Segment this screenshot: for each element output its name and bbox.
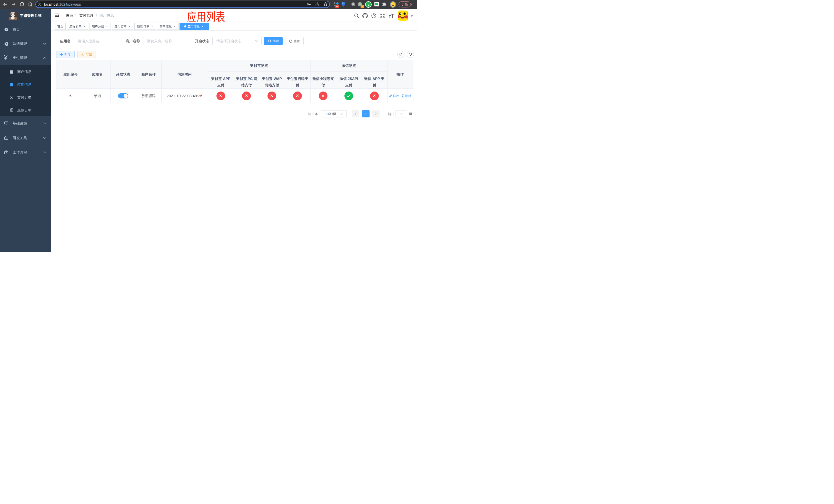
svg-text:⌘: ⌘ bbox=[352, 3, 355, 6]
svg-text:y: y bbox=[368, 3, 370, 6]
